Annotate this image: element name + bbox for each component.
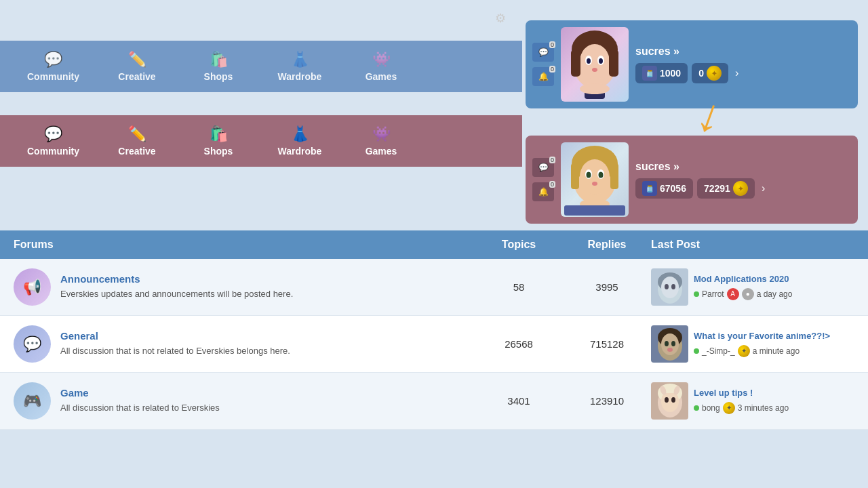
svg-point-28 [665, 284, 669, 289]
game-lastpost-title[interactable]: Level up tips ! [694, 388, 789, 399]
svg-rect-9 [609, 49, 618, 77]
creative-icon-top: ✏️ [128, 51, 146, 68]
announcements-link[interactable]: Announcements [60, 273, 293, 285]
chat-notif-bottom[interactable]: 💬 0 [532, 158, 554, 177]
game-link[interactable]: Game [60, 387, 220, 399]
svg-point-6 [599, 58, 603, 64]
svg-rect-20 [571, 163, 579, 189]
announcements-lastpost-meta: Parrot A ● a day ago [694, 288, 792, 300]
nav-bar-main: 💬 Community ✏️ Creative 🛍️ Shops 👗 Wardr… [0, 115, 522, 167]
general-lastpost-meta: _-Simp-_ ✦ a minute ago [694, 345, 830, 357]
shops-icon-main: 🛍️ [210, 125, 228, 143]
profile-info-bottom: sucres » 🫙 67056 72291 ✦ › [635, 161, 851, 199]
svg-rect-24 [564, 205, 625, 216]
chat-icon-bottom: 💬 [538, 163, 549, 172]
badge-orange-general: ✦ [738, 345, 750, 357]
games-icon-main: 👾 [372, 125, 391, 143]
currency-box1-top: 🫙 1000 [635, 63, 688, 83]
forums-section: Forums Topics Replies Last Post 📢 Announ… [0, 230, 868, 430]
general-lastpost-title[interactable]: What is your Favorite anime??!> [694, 331, 830, 342]
notification-col-bottom: 💬 0 🔔 0 [532, 158, 554, 201]
svg-point-27 [661, 277, 679, 298]
shops-icon-top: 🛍️ [210, 51, 228, 68]
badge-orange-game: ✦ [723, 402, 735, 414]
profile-panel-top: 💬 0 🔔 0 sucres » 🫙 10 [526, 20, 858, 108]
currency-box2-top: 0 ✦ [692, 63, 728, 83]
game-lastpost-avatar [651, 382, 688, 420]
nav-games-main[interactable]: 👾 Games [344, 122, 418, 160]
profile-username-top[interactable]: sucres » [635, 45, 851, 58]
announcements-replies: 3995 [563, 281, 651, 293]
svg-point-33 [661, 333, 679, 355]
table-row: 💬 General All discussion that is not rel… [0, 316, 868, 373]
general-icon: 💬 [14, 325, 51, 363]
badge-red: A [727, 288, 739, 300]
svg-point-7 [592, 68, 597, 72]
chat-notif-top[interactable]: 💬 0 [532, 43, 554, 62]
game-lastpost: Level up tips ! bong ✦ 3 minutes ago [651, 382, 854, 420]
nav-shops-top[interactable]: 🛍️ Shops [181, 47, 256, 85]
general-desc: All discussion that is not related to Ev… [60, 346, 290, 356]
announcements-lastpost-title[interactable]: Mod Applications 2020 [694, 274, 792, 285]
coin-icon-top: ✦ [707, 66, 722, 81]
svg-point-34 [665, 341, 669, 346]
chat-icon-top: 💬 [538, 47, 549, 57]
community-icon-main: 💬 [44, 125, 62, 143]
online-dot [694, 291, 699, 297]
nav-creative-main[interactable]: ✏️ Creative [100, 122, 174, 160]
nav-wardrobe-main[interactable]: 👗 Wardrobe [262, 122, 337, 160]
games-icon-top: 👾 [372, 51, 391, 68]
announcements-icon: 📢 [14, 268, 51, 306]
bell-icon-top: 🔔 [538, 72, 549, 81]
game-icon: 🎮 [14, 382, 51, 420]
general-link[interactable]: General [60, 330, 290, 342]
svg-point-2 [580, 44, 610, 79]
general-lastpost: What is your Favorite anime??!> _-Simp-_… [651, 325, 854, 363]
forums-header: Forums Topics Replies Last Post [0, 230, 868, 259]
bell-notif-top[interactable]: 🔔 0 [532, 67, 554, 86]
header-lastpost: Last Post [651, 239, 854, 251]
currency-row-bottom: 🫙 67056 72291 ✦ › [635, 178, 851, 199]
online-dot-general [694, 348, 699, 354]
nav-community-main[interactable]: 💬 Community [14, 122, 93, 160]
nav-wardrobe-top[interactable]: 👗 Wardrobe [262, 47, 337, 85]
svg-point-18 [599, 171, 604, 178]
profile-username-bottom[interactable]: sucres » [635, 161, 851, 173]
avatar-bottom [561, 142, 629, 217]
svg-rect-21 [610, 163, 618, 189]
announcements-lastpost: Mod Applications 2020 Parrot A ● a day a… [651, 268, 854, 306]
currency-box2-bottom: 72291 ✦ [697, 178, 755, 199]
wardrobe-icon-top: 👗 [291, 51, 309, 68]
general-lastpost-info: What is your Favorite anime??!> _-Simp-_… [694, 331, 830, 357]
announcements-lastpost-avatar [651, 268, 688, 306]
dropdown-arrow-bottom[interactable]: › [762, 182, 765, 195]
general-lastpost-avatar [651, 325, 688, 363]
game-topics: 3401 [475, 395, 563, 407]
table-row: 📢 Announcements Everskies updates and an… [0, 259, 868, 316]
badge-gray: ● [742, 288, 754, 300]
nav-creative-top[interactable]: ✏️ Creative [100, 47, 174, 85]
jar-icon-bottom: 🫙 [642, 181, 657, 196]
dropdown-arrow-top[interactable]: › [735, 67, 738, 79]
currency-box1-bottom: 🫙 67056 [635, 178, 693, 199]
announcements-lastpost-info: Mod Applications 2020 Parrot A ● a day a… [694, 274, 792, 300]
game-lastpost-meta: bong ✦ 3 minutes ago [694, 402, 789, 414]
svg-point-14 [580, 159, 610, 195]
notification-col-top: 💬 0 🔔 0 [532, 43, 554, 86]
svg-point-41 [665, 397, 669, 403]
header-topics: Topics [475, 239, 563, 251]
game-lastpost-info: Level up tips ! bong ✦ 3 minutes ago [694, 388, 789, 414]
announcements-desc: Everskies updates and announcements will… [60, 289, 293, 299]
svg-point-5 [587, 58, 591, 64]
svg-point-17 [587, 171, 591, 178]
general-replies: 715128 [563, 338, 651, 350]
bell-notif-bottom[interactable]: 🔔 0 [532, 182, 554, 201]
game-replies: 123910 [563, 395, 651, 407]
svg-point-19 [592, 182, 597, 186]
currency-row-top: 🫙 1000 0 ✦ › [635, 63, 851, 83]
nav-shops-main[interactable]: 🛍️ Shops [181, 122, 256, 160]
jar-icon-top: 🫙 [642, 66, 657, 81]
header-replies: Replies [563, 239, 651, 251]
nav-community-top[interactable]: 💬 Community [14, 47, 93, 85]
nav-games-top[interactable]: 👾 Games [344, 47, 418, 85]
